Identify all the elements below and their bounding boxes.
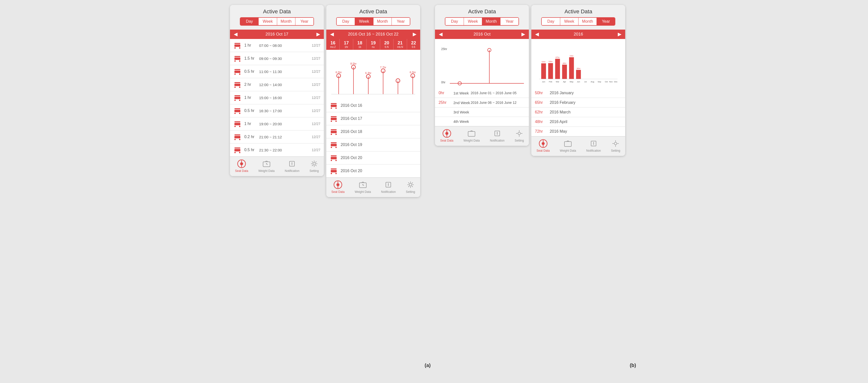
date-badge: 12/27 (312, 70, 320, 73)
nav-setting-3[interactable]: Setting (611, 139, 620, 152)
week-label: 3rd Week (453, 110, 470, 114)
week-prev-arrow[interactable]: ◀ (330, 32, 334, 37)
nav-weight-1[interactable]: Weight Data (355, 180, 371, 194)
time-range: 11:00 ~ 11:30 (259, 70, 312, 74)
tab-week-2[interactable]: Week (464, 18, 482, 25)
seat-icon (330, 167, 338, 175)
tab-day-2[interactable]: Day (445, 18, 464, 25)
tab-week-3[interactable]: Week (560, 18, 579, 25)
tab-year-0[interactable]: Year (296, 18, 313, 25)
nav-seat-data-1[interactable]: Seat Data (332, 180, 345, 194)
nav-weight-0[interactable]: Weight Data (258, 159, 275, 173)
svg-text:6.5hr: 6.5hr (336, 71, 342, 74)
svg-rect-5 (235, 58, 240, 60)
tab-month-0[interactable]: Month (277, 18, 296, 25)
duration-label: 0.5 hr (244, 69, 259, 74)
svg-rect-16 (235, 95, 240, 96)
day-sub: 6.N (381, 46, 393, 48)
nav-seat-data-2[interactable]: Seat Data (440, 129, 453, 142)
tab-week-0[interactable]: Week (259, 18, 277, 25)
nav-setting-2[interactable]: Setting (515, 129, 524, 142)
tab-day-1[interactable]: Day (337, 18, 355, 25)
day-nav-row: ◀ 2016 Oct 17 ▶ (230, 30, 324, 39)
svg-rect-8 (235, 69, 240, 70)
svg-rect-76 (331, 147, 332, 148)
month-name-label: 2016 February (550, 100, 575, 105)
svg-text:Sep: Sep (598, 81, 601, 83)
nav-notif-2[interactable]: Notification (490, 129, 504, 142)
day-list-row: 0.5 hr 16:30 ~ 17:00 12/27 (230, 104, 324, 117)
tab-year-1[interactable]: Year (392, 18, 410, 25)
nav-notif-3[interactable]: Notification (586, 139, 601, 152)
date-badge: 12/27 (312, 148, 320, 152)
time-range: 15:00 ~ 16:00 (259, 96, 312, 100)
nav-weight-2[interactable]: Weight Data (463, 129, 480, 142)
day-nav-label: 2016 Oct 17 (266, 32, 288, 37)
seat-icon (234, 68, 241, 75)
nav-setting-1[interactable]: Setting (406, 180, 415, 194)
svg-rect-14 (235, 86, 236, 88)
tab-year-2[interactable]: Year (500, 18, 519, 25)
day-sub: 0.6 (408, 46, 420, 48)
svg-text:0hr: 0hr (441, 81, 445, 84)
year-prev-arrow[interactable]: ◀ (535, 32, 539, 37)
nav-notif-0[interactable]: Notification (285, 159, 299, 173)
day-sub: nu (367, 46, 379, 48)
week-next-arrow[interactable]: ▶ (413, 32, 416, 37)
nav-seat-data-3[interactable]: Seat Data (536, 139, 550, 152)
week-nav-label: 2016 Oct 16 ~ 2016 Oct 22 (348, 32, 399, 37)
tab-month-3[interactable]: Month (579, 18, 597, 25)
month-prev-arrow[interactable]: ◀ (439, 32, 442, 37)
tab-month-2[interactable]: Month (482, 18, 500, 25)
year-next-arrow[interactable]: ▶ (618, 32, 621, 37)
svg-rect-109 (548, 63, 553, 79)
date-badge: 12/27 (312, 109, 320, 113)
seat-icon (234, 107, 241, 115)
month-list-row: 4th Week (435, 117, 529, 126)
nav-setting-0[interactable]: Setting (310, 159, 319, 173)
svg-text:Jul: Jul (584, 81, 587, 83)
week-list: 2016 Oct 16 2016 Oct 17 2016 Oct 18 2016… (326, 99, 420, 178)
label-a: (a) (423, 362, 433, 378)
seat-icon (234, 81, 241, 89)
svg-text:25hr: 25hr (441, 47, 447, 51)
svg-text:Oct: Oct (605, 81, 608, 83)
svg-text:Jun: Jun (577, 81, 580, 83)
nav-notif-label-1: Notification (381, 190, 396, 194)
month-list: 0hr 1st Week 2016 June 01 ~ 2016 June 05… (435, 88, 529, 126)
month-next-arrow[interactable]: ▶ (522, 32, 525, 37)
day-tab-bar: Day Week Month Year (240, 17, 314, 26)
week-label: 2nd Week (453, 101, 470, 105)
svg-rect-10 (235, 73, 236, 75)
range-label: 2016 June 01 ~ 2016 June 05 (470, 91, 517, 95)
svg-rect-35 (239, 152, 240, 153)
nav-seat-data-0[interactable]: Seat Data (235, 159, 248, 173)
tab-day-3[interactable]: Day (542, 18, 560, 25)
nav-notif-label-3: Notification (586, 149, 601, 152)
svg-rect-0 (235, 43, 240, 44)
svg-rect-30 (235, 139, 236, 140)
day-next-arrow[interactable]: ▶ (316, 32, 320, 37)
svg-rect-72 (331, 134, 332, 135)
tab-day-0[interactable]: Day (240, 18, 259, 25)
month-chart-svg: 25hr 0hr (440, 44, 524, 88)
nav-setting-label-2: Setting (515, 139, 524, 142)
svg-rect-113 (576, 70, 581, 79)
week-date-label: 2016 Oct 18 (341, 130, 362, 134)
nav-notif-1[interactable]: Notification (381, 180, 396, 194)
date-badge: 12/27 (312, 57, 320, 61)
svg-text:Jun: Jun (542, 81, 546, 83)
svg-rect-6 (235, 61, 236, 62)
tab-month-1[interactable]: Month (373, 18, 392, 25)
day-prev-arrow[interactable]: ◀ (234, 32, 237, 37)
nav-weight-3[interactable]: Weight Data (560, 139, 576, 152)
svg-text:7.7hr: 7.7hr (380, 66, 386, 69)
month-name-label: 2016 April (550, 119, 567, 124)
svg-rect-112 (569, 57, 574, 79)
nav-setting-label-1: Setting (406, 190, 415, 194)
tab-year-3[interactable]: Year (597, 18, 615, 25)
svg-rect-65 (336, 107, 337, 109)
svg-rect-81 (336, 160, 337, 161)
tab-week-1[interactable]: Week (355, 18, 373, 25)
nav-setting-label-3: Setting (611, 149, 620, 152)
